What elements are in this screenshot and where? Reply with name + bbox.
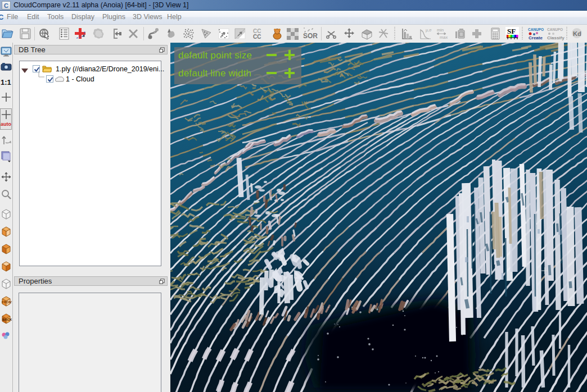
svg-text:Classify: Classify	[547, 35, 565, 40]
svg-text:CC: CC	[253, 34, 261, 40]
svg-text:BACK: BACK	[2, 318, 12, 321]
svg-text:FRONT: FRONT	[2, 300, 12, 304]
svg-text:μ,σ: μ,σ	[426, 28, 432, 33]
svg-text:Kd: Kd	[573, 30, 581, 37]
svg-text:CANUPO: CANUPO	[528, 28, 544, 31]
svg-text:Create: Create	[529, 35, 543, 40]
svg-text:1:1: 1:1	[1, 78, 11, 86]
svg-text:SF: SF	[507, 27, 516, 35]
svg-text:CANUPO: CANUPO	[547, 28, 563, 31]
svg-text:min: min	[437, 28, 444, 33]
svg-text:SOR: SOR	[303, 32, 318, 40]
svg-text:max: max	[440, 35, 448, 40]
